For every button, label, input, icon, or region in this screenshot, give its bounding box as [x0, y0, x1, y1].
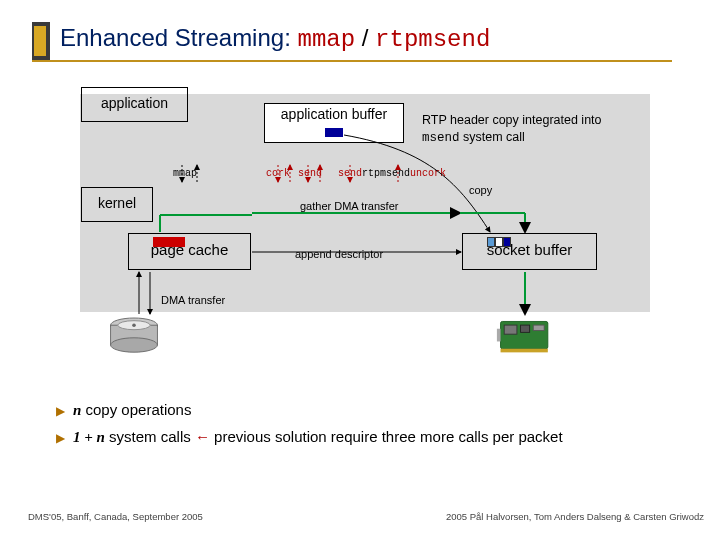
- payload-block: [153, 237, 185, 247]
- socket-buffer-box: socket buffer: [462, 233, 597, 270]
- slide-title: Enhanced Streaming: mmap / rtpmsend: [60, 24, 490, 53]
- application-buffer-label: application buffer: [281, 106, 387, 122]
- gather-dma-label: gather DMA transfer: [300, 200, 398, 212]
- bullet-1n: 1 + n: [73, 429, 105, 445]
- dma-transfer-label: DMA transfer: [161, 294, 225, 306]
- application-label: application: [101, 95, 168, 111]
- rtp-note-line1: RTP header copy integrated into: [422, 113, 602, 127]
- copy-label: copy: [469, 184, 492, 196]
- svg-rect-24: [521, 325, 530, 332]
- left-arrow-icon: ←: [191, 428, 214, 445]
- kernel-box: kernel: [81, 187, 153, 222]
- svg-point-19: [111, 338, 158, 352]
- bullet-2: ▶ 1 + n system calls ← previous solution…: [56, 424, 563, 451]
- title-mmap: mmap: [297, 26, 355, 53]
- sendrtp-label: sendrtpmsenduncork: [338, 168, 446, 179]
- cork-label: cork: [266, 168, 290, 179]
- application-buffer-box: application buffer: [264, 103, 404, 143]
- send-text: send: [338, 168, 362, 179]
- svg-rect-25: [533, 325, 544, 330]
- rtp-header-block: [325, 128, 343, 137]
- application-box: application: [81, 87, 188, 122]
- append-descriptor-label: append descriptor: [295, 248, 383, 260]
- footer-left: DMS'05, Banff, Canada, September 2005: [28, 511, 203, 522]
- svg-rect-27: [497, 329, 501, 342]
- svg-rect-26: [501, 349, 548, 353]
- chevron-icon: ▶: [56, 428, 65, 448]
- svg-point-21: [132, 323, 136, 327]
- rtp-note-msend: msend: [422, 131, 460, 145]
- title-prefix: Enhanced Streaming:: [60, 24, 297, 51]
- bullet-prev: previous solution require three more cal…: [214, 428, 563, 445]
- rtp-note: RTP header copy integrated into msend sy…: [422, 112, 602, 147]
- send-label: send: [298, 168, 322, 179]
- title-rtpmsend: rtpmsend: [375, 26, 490, 53]
- uncork-text: uncork: [410, 168, 446, 179]
- rtp-note-suffix: system call: [460, 130, 525, 144]
- rtpmsend-inline: rtpmsend: [362, 168, 410, 179]
- chevron-icon: ▶: [56, 401, 65, 421]
- mmap-label: mmap: [173, 168, 197, 179]
- descriptor-block-3: [503, 237, 511, 247]
- bullet-list: ▶ n copy operations ▶ 1 + n system calls…: [56, 397, 563, 450]
- svg-rect-23: [504, 325, 517, 334]
- title-underline: [32, 60, 672, 62]
- bullet-syscalls: system calls: [105, 428, 191, 445]
- title-slash: /: [355, 24, 375, 51]
- kernel-label: kernel: [98, 195, 136, 211]
- disk-icon: [107, 316, 161, 356]
- title-accent-gold: [34, 26, 46, 56]
- bullet-1: ▶ n copy operations: [56, 397, 563, 424]
- bullet-copy-ops: copy operations: [81, 401, 191, 418]
- descriptor-block-1: [487, 237, 495, 247]
- page-cache-box: page cache: [128, 233, 251, 270]
- nic-icon: [496, 316, 556, 356]
- descriptor-block-2: [495, 237, 503, 247]
- footer-right: 2005 Pål Halvorsen, Tom Anders Dalseng &…: [446, 511, 704, 522]
